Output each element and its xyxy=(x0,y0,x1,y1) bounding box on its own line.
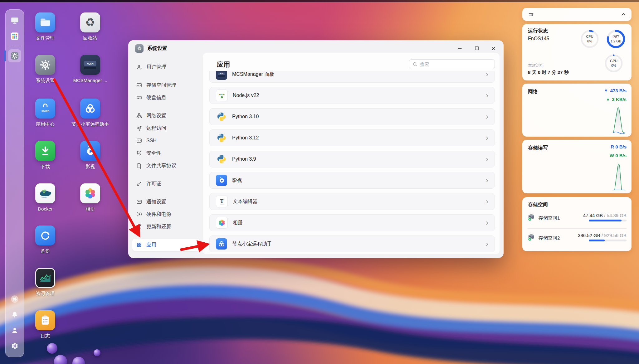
desktop-icon-file-manager[interactable]: 文件管理 xyxy=(23,12,67,41)
app-name: Node.js v22 xyxy=(233,93,259,98)
disk-spike-graph xyxy=(612,162,627,191)
icon-label: Docker xyxy=(23,206,67,211)
memory-ring: 内存1.2 GB xyxy=(606,29,626,49)
system-flower-settings-icon[interactable] xyxy=(8,339,22,353)
desktop-icon-docker[interactable]: Docker xyxy=(23,183,67,211)
chevron-right-icon: › xyxy=(486,155,488,163)
page-title: 应用 xyxy=(217,60,230,69)
app-row-text-editor[interactable]: T 文本编辑器 › xyxy=(209,193,495,210)
app-grid-icon[interactable] xyxy=(8,29,22,43)
menu-item-disk-info[interactable]: 硬盘信息 xyxy=(132,91,200,104)
minimize-button[interactable] xyxy=(457,45,463,51)
gpu-label: GPU xyxy=(610,59,617,63)
download-arrow-icon xyxy=(606,97,610,101)
app-name: Python 3.10 xyxy=(232,114,259,119)
chevron-right-icon: › xyxy=(486,219,488,226)
menu-item-label: 用户管理 xyxy=(146,64,166,70)
menu-item-notifications[interactable]: 通知设置 xyxy=(132,196,200,208)
menu-item-ssh[interactable]: SSH xyxy=(132,134,200,147)
maximize-button[interactable] xyxy=(474,45,480,51)
icon-label: 应用中心 xyxy=(23,121,67,127)
text-editor-app-icon: T xyxy=(216,196,228,207)
app-row-nodejs[interactable]: node Node.js v22 › xyxy=(209,87,495,104)
desktop-icon-mcsmanager[interactable]: MCSM MCSManager ... xyxy=(68,55,112,83)
sync-arrows-icon xyxy=(35,226,55,245)
chevron-right-icon: › xyxy=(486,198,488,205)
storage-widget: 存储空间 存储空间1 47.44 GB / 54.39 GB 存储空间2 386… xyxy=(522,197,632,251)
cpu-value: 6% xyxy=(587,39,592,44)
gpu-value: 0% xyxy=(611,63,616,68)
menu-item-file-sharing[interactable]: 文件共享协议 xyxy=(132,159,200,172)
menu-item-label: 文件共享协议 xyxy=(146,163,176,169)
mcsm-icon: MCSM xyxy=(80,55,100,75)
apps-content-panel: 应用 MCSM MCSManager 面板 › node Node.js v22… xyxy=(203,53,500,254)
volume-name: 存储空间1 xyxy=(539,215,560,221)
cpu-ring: CPU6% xyxy=(580,29,600,49)
search-box[interactable] xyxy=(409,59,495,69)
desktop-icon-logs[interactable]: 日志 xyxy=(23,310,67,339)
menu-item-label: 通知设置 xyxy=(146,199,166,205)
icon-label: 回收站 xyxy=(68,35,112,41)
menu-item-license[interactable]: 许可证 xyxy=(132,177,200,190)
menu-item-storage-pools[interactable]: 存储空间管理 xyxy=(132,79,200,91)
remote-assistant-app-icon xyxy=(216,238,227,250)
menu-item-security[interactable]: 安全性 xyxy=(132,147,200,159)
transfer-tasks-icon[interactable] xyxy=(8,292,22,306)
user-account-icon[interactable] xyxy=(8,323,22,337)
widget-sort-icon[interactable] xyxy=(528,11,534,17)
menu-item-network[interactable]: 网络设置 xyxy=(132,109,200,122)
desktop-icon-video[interactable]: 影视 xyxy=(68,141,112,170)
app-row-python312[interactable]: Python 3.12 › xyxy=(209,129,495,146)
desktop-icon-download[interactable]: 下载 xyxy=(23,141,67,170)
app-row-remote-assistant[interactable]: 节点小宝远程助手 › xyxy=(209,235,495,252)
desktop-monitor-icon[interactable] xyxy=(8,14,22,27)
search-input[interactable] xyxy=(420,61,491,67)
desktop-icon-system-settings[interactable]: 系统设置 xyxy=(23,55,67,84)
collapse-chevron-up-icon[interactable] xyxy=(620,11,627,17)
close-button[interactable] xyxy=(490,45,497,51)
menu-item-update-restore[interactable]: 更新和还原 xyxy=(132,221,200,233)
app-row-photos[interactable]: 相册 › xyxy=(209,214,495,231)
chevron-right-icon: › xyxy=(486,134,488,142)
cpu-label: CPU xyxy=(586,34,593,39)
desktop-icon-app-center[interactable]: STORE 应用中心 xyxy=(23,99,67,127)
app-name: 相册 xyxy=(233,220,243,226)
volume-progress-bar xyxy=(589,220,627,221)
menu-item-users[interactable]: 用户管理 xyxy=(132,61,200,73)
desktop-icon-remote-assistant[interactable]: 节点小宝远程助手 xyxy=(68,99,112,127)
gear-icon xyxy=(35,55,55,75)
network-widget: 网络 473 B/s 3 KB/s xyxy=(522,84,632,137)
desktop-icon-photos[interactable]: 相册 xyxy=(68,183,112,212)
app-row-video[interactable]: 影视 › xyxy=(209,172,495,189)
dock-separator xyxy=(8,46,22,46)
icon-label: 下载 xyxy=(23,164,67,170)
app-name: Python 3.9 xyxy=(232,156,256,162)
icon-label: 影视 xyxy=(68,164,112,170)
icon-label: 文件管理 xyxy=(23,35,67,41)
mcsm-app-icon: MCSM xyxy=(216,71,227,80)
clipboard-icon xyxy=(35,310,55,330)
menu-item-label: 远程访问 xyxy=(146,125,166,132)
menu-item-remote-access[interactable]: 远程访问 xyxy=(132,122,200,134)
notifications-bell-icon[interactable] xyxy=(8,308,22,322)
desktop-icon-resource-monitor[interactable]: 资源管理 xyxy=(23,268,67,297)
volume-progress-bar xyxy=(589,240,627,241)
svg-text:STORE: STORE xyxy=(41,110,49,113)
desktop-icon-recycle-bin[interactable]: ♻ 回收站 xyxy=(68,12,112,41)
app-row-python310[interactable]: Python 3.10 › xyxy=(209,108,495,125)
widget-title: 网络 xyxy=(528,89,538,95)
settings-sidebar-menu: 用户管理 存储空间管理 硬盘信息 网络设置 远程访问 SSH 安全性 文件共享 xyxy=(132,61,200,251)
menu-item-hardware-power[interactable]: 硬件和电源 xyxy=(132,208,200,221)
app-row-python39[interactable]: Python 3.9 › xyxy=(209,151,495,167)
widget-title: 运行状态 xyxy=(528,28,548,34)
menu-item-label: 硬件和电源 xyxy=(146,211,171,218)
dock-settings-icon-active[interactable] xyxy=(8,49,22,63)
window-title: 系统设置 xyxy=(147,45,167,52)
menu-item-label: 存储空间管理 xyxy=(146,82,176,89)
menu-item-apps-active[interactable]: 应用 xyxy=(132,239,200,251)
desktop-icon-backup[interactable]: 备份 xyxy=(23,226,67,254)
chevron-right-icon: › xyxy=(486,92,488,99)
app-row-mcsmanager[interactable]: MCSM MCSManager 面板 › xyxy=(209,71,495,83)
upload-speed: 473 B/s xyxy=(604,88,627,93)
app-name: 影视 xyxy=(232,177,242,184)
